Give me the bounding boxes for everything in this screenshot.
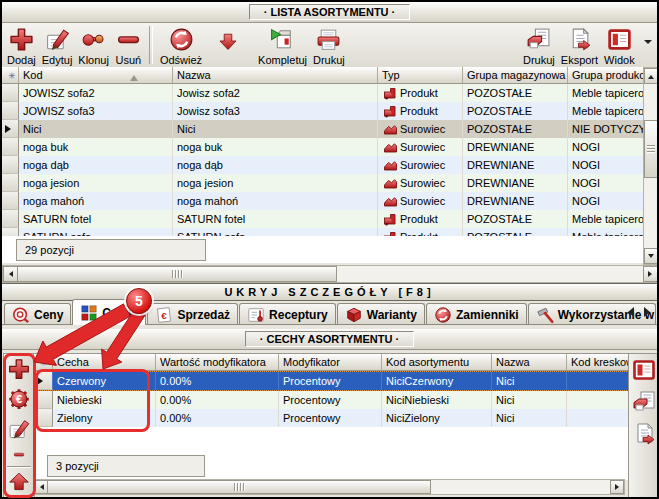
divider bbox=[7, 466, 31, 468]
table-row[interactable]: SATURN fotel SATURN fotel Produkt POZOST… bbox=[2, 210, 643, 228]
produkt-icon bbox=[383, 212, 397, 226]
sales-icon bbox=[155, 306, 173, 324]
view-button[interactable]: Widok bbox=[601, 24, 638, 68]
app-window: · LISTA ASORTYMENTU · Dodaj Edytuj Klonu… bbox=[0, 0, 659, 499]
tab-sprzedaz[interactable]: Sprzedaż bbox=[147, 303, 238, 325]
scroll-left-arrow[interactable] bbox=[34, 480, 48, 494]
tab-ceny[interactable]: Ceny bbox=[4, 303, 71, 325]
surowiec-icon bbox=[383, 122, 397, 136]
column-header-kod-asortymentu[interactable]: Kod asortymentu bbox=[382, 354, 492, 371]
add-button[interactable]: Dodaj bbox=[4, 24, 39, 68]
tab-scroll-left-arrow[interactable] bbox=[623, 307, 634, 317]
detail-tabs: Ceny Cechy Sprzedaż Receptury Warianty Z… bbox=[2, 299, 657, 325]
edit-button[interactable]: Edytuj bbox=[39, 24, 76, 68]
selector-header[interactable]: ✳ bbox=[34, 354, 53, 371]
tab-zamienniki[interactable]: Zamienniki bbox=[426, 303, 527, 325]
row-selector[interactable] bbox=[34, 372, 53, 390]
features-icon bbox=[80, 304, 98, 322]
column-header-wartosc[interactable]: Wartość modyfikatora bbox=[156, 354, 279, 371]
row-selector[interactable] bbox=[2, 228, 19, 236]
row-selector[interactable] bbox=[2, 156, 19, 174]
current-row-marker-icon bbox=[5, 125, 15, 133]
vertical-scrollbar[interactable] bbox=[643, 67, 659, 265]
export-document-icon[interactable] bbox=[631, 421, 657, 447]
view-window-icon[interactable] bbox=[631, 357, 657, 383]
scrollbar-thumb[interactable] bbox=[644, 120, 658, 178]
clone-button[interactable]: Klonuj bbox=[75, 24, 112, 68]
scroll-up-arrow[interactable] bbox=[644, 68, 658, 84]
delete-button[interactable]: Usuń bbox=[112, 24, 145, 68]
table-row[interactable]: SATURN sofa SATURN sofa Produkt POZOSTAŁ… bbox=[2, 228, 643, 236]
export-button[interactable]: Eksport bbox=[558, 24, 601, 68]
table-row[interactable]: JOWISZ sofa3 Jowisz sofa3 Produkt POZOST… bbox=[2, 102, 643, 120]
column-header-cecha[interactable]: Cecha bbox=[53, 354, 156, 371]
refresh-button[interactable]: Odśwież bbox=[157, 24, 205, 68]
row-selector[interactable] bbox=[2, 192, 19, 210]
scroll-down-button[interactable] bbox=[213, 28, 243, 54]
current-row-marker-icon bbox=[37, 377, 47, 385]
print-button[interactable]: Drukuj bbox=[310, 24, 348, 68]
record-count-box: 3 pozycji bbox=[47, 455, 205, 477]
tab-cechy[interactable]: Cechy bbox=[72, 299, 146, 325]
row-selector[interactable] bbox=[2, 138, 19, 156]
up-arrow-icon[interactable] bbox=[6, 470, 32, 494]
column-header-grupa-produkcyjna[interactable]: Grupa produkcyjna bbox=[568, 67, 643, 84]
scroll-left-arrow[interactable] bbox=[3, 266, 18, 282]
record-count: 29 pozycji bbox=[25, 244, 74, 256]
record-count-box: 29 pozycji bbox=[16, 239, 206, 261]
row-selector[interactable] bbox=[34, 391, 53, 409]
horizontal-scrollbar[interactable] bbox=[33, 479, 625, 495]
horizontal-scrollbar[interactable] bbox=[2, 265, 659, 283]
prices-icon bbox=[12, 306, 30, 324]
table-row[interactable]: noga dąb noga dąb Surowiec DREWNIANE NOG… bbox=[2, 156, 643, 174]
column-header-kod[interactable]: Kod bbox=[19, 67, 173, 84]
print-report-button[interactable]: Drukuj bbox=[520, 24, 558, 68]
row-selector[interactable] bbox=[34, 409, 53, 427]
tab-scroll-right-arrow[interactable] bbox=[644, 307, 655, 317]
produkt-icon bbox=[383, 86, 397, 100]
column-header-modyfikator[interactable]: Modyfikator bbox=[279, 354, 382, 371]
tab-warianty[interactable]: Warianty bbox=[337, 303, 425, 325]
column-header-nazwa[interactable]: Nazwa bbox=[492, 354, 567, 371]
table-row[interactable]: noga buk noga buk Surowiec DREWNIANE NOG… bbox=[2, 138, 643, 156]
column-header-nazwa[interactable]: Nazwa bbox=[173, 67, 378, 84]
row-selector[interactable] bbox=[2, 210, 19, 228]
add-icon[interactable] bbox=[6, 357, 32, 381]
toolbar-overflow-caret[interactable] bbox=[644, 40, 652, 48]
scroll-down-arrow[interactable] bbox=[644, 248, 658, 264]
table-row[interactable]: noga jesion noga jesion Surowiec DREWNIA… bbox=[2, 174, 643, 192]
main-toolbar: Dodaj Edytuj Klonuj Usuń Odśwież Komplet… bbox=[2, 23, 657, 67]
partial-row-clip: SATURN sofa SATURN sofa Produkt POZOSTAŁ… bbox=[2, 228, 643, 236]
scroll-right-arrow[interactable] bbox=[643, 266, 658, 282]
row-selector[interactable] bbox=[2, 102, 19, 120]
scrollbar-thumb[interactable] bbox=[17, 266, 337, 282]
scroll-right-arrow[interactable] bbox=[610, 480, 624, 494]
assemble-button[interactable]: Kompletuj bbox=[255, 24, 310, 68]
row-selector[interactable] bbox=[2, 174, 19, 192]
euro-gear-icon[interactable] bbox=[6, 387, 32, 411]
delete-icon[interactable] bbox=[6, 448, 32, 461]
column-header-kod-kreskowy[interactable]: Kod kreskowy bbox=[567, 354, 630, 371]
asterisk-icon: ✳ bbox=[6, 71, 16, 81]
table-row[interactable]: JOWISZ sofa2 Jowisz sofa2 Produkt POZOST… bbox=[2, 84, 643, 102]
tab-receptury[interactable]: Receptury bbox=[239, 303, 336, 325]
produkt-icon bbox=[383, 104, 397, 118]
feature-row[interactable]: Zielony 0.00% Procentowy NiciZielony Nic… bbox=[34, 409, 629, 427]
column-header-typ[interactable]: Typ bbox=[378, 67, 463, 84]
column-header-grupa-magazynowa[interactable]: Grupa magazynowa bbox=[463, 67, 568, 84]
feature-row-selected[interactable]: Czerwony 0.00% Procentowy NiciCzerwony N… bbox=[34, 371, 629, 391]
row-selector[interactable] bbox=[2, 120, 19, 138]
recipes-icon bbox=[247, 306, 265, 324]
scrollbar-thumb[interactable] bbox=[47, 480, 431, 494]
list-title-bar: · LISTA ASORTYMENTU · bbox=[2, 2, 657, 23]
record-count: 3 pozycji bbox=[56, 460, 99, 472]
row-selector[interactable] bbox=[2, 84, 19, 102]
feature-row[interactable]: Niebieski 0.00% Procentowy NiciNiebieski… bbox=[34, 391, 629, 409]
refresh-icon bbox=[168, 26, 195, 53]
printer-document-icon[interactable] bbox=[631, 389, 657, 415]
table-row[interactable]: noga mahoń noga mahoń Surowiec DREWNIANE… bbox=[2, 192, 643, 210]
edit-icon[interactable] bbox=[6, 417, 32, 441]
selector-header[interactable]: ✳ bbox=[2, 67, 19, 84]
delete-icon bbox=[115, 26, 142, 53]
table-row-selected[interactable]: Nici Nici Surowiec POZOSTAŁE NIE DOTYCZY bbox=[2, 120, 643, 138]
